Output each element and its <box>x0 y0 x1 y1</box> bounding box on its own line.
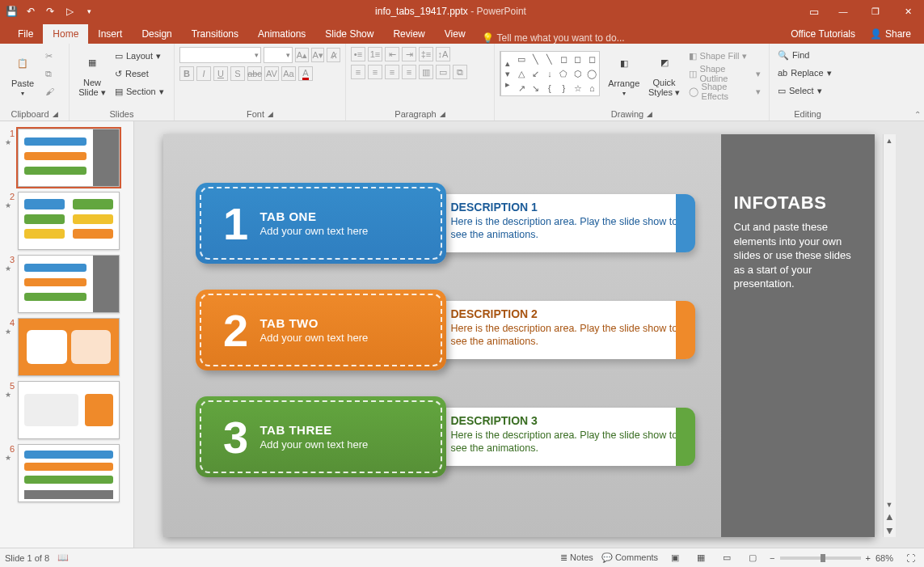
slideshow-view-icon[interactable]: ▢ <box>744 551 762 565</box>
line-spacing-button[interactable]: ‡≡ <box>419 47 433 61</box>
cut-button[interactable]: ✂ <box>42 48 57 64</box>
description-panel[interactable]: DESCRIPTION 1 Here is the description ar… <box>435 194 694 252</box>
new-slide-button[interactable]: ▦ NewSlide ▾ <box>74 47 110 100</box>
format-painter-button[interactable]: 🖌 <box>42 83 57 99</box>
slide-canvas[interactable]: DESCRIPTION 1 Here is the description ar… <box>163 134 875 537</box>
vertical-scrollbar[interactable]: ▲ ▼ ⯅ ⯆ <box>883 134 896 537</box>
fit-to-window-icon[interactable]: ⛶ <box>901 551 919 565</box>
text-direction-button[interactable]: ↕A <box>436 47 450 61</box>
slide-sorter-icon[interactable]: ▦ <box>692 551 710 565</box>
font-color-button[interactable]: A <box>298 66 313 81</box>
columns-button[interactable]: ▥ <box>419 65 433 79</box>
reset-button[interactable]: ↺Reset <box>112 66 167 82</box>
quick-styles-button[interactable]: ◩ QuickStyles ▾ <box>648 47 681 100</box>
font-name-combo[interactable] <box>179 47 261 63</box>
dialog-launcher-icon[interactable]: ◢ <box>268 110 273 118</box>
comments-button[interactable]: 💬 Comments <box>601 552 658 563</box>
dialog-launcher-icon[interactable]: ◢ <box>647 110 652 118</box>
arrange-button[interactable]: ◧ Arrange▾ <box>605 47 643 100</box>
description-panel[interactable]: DESCRIPTION 3 Here is the description ar… <box>435 408 694 466</box>
shape-outline-button[interactable]: ◫Shape Outline ▾ <box>686 66 764 82</box>
align-center-button[interactable]: ≡ <box>368 65 382 79</box>
shape-fill-button[interactable]: ◧Shape Fill ▾ <box>686 48 764 64</box>
office-tutorials-link[interactable]: Office Tutorials <box>784 24 862 44</box>
justify-button[interactable]: ≡ <box>402 65 416 79</box>
tab-file[interactable]: File <box>8 24 43 44</box>
tab-animations[interactable]: Animations <box>248 24 315 44</box>
zoom-control[interactable]: − + 68% <box>770 553 893 563</box>
replace-button[interactable]: abReplace ▾ <box>774 65 841 81</box>
save-icon[interactable]: 💾 <box>3 3 19 19</box>
start-from-beginning-icon[interactable]: ▷ <box>61 3 78 19</box>
slide-thumbnail[interactable]: 3★ <box>0 252 133 315</box>
prev-slide-icon[interactable]: ⯅ <box>884 511 896 524</box>
tab-panel[interactable]: 3 TAB THREE Add your own text here <box>196 396 446 477</box>
zoom-slider[interactable] <box>780 556 861 560</box>
change-case-button[interactable]: Aa <box>281 66 296 81</box>
ribbon-display-options-icon[interactable]: ▭ <box>801 0 827 23</box>
normal-view-icon[interactable]: ▣ <box>666 551 684 565</box>
qat-customize-icon[interactable]: ▾ <box>81 3 97 19</box>
tab-slide-show[interactable]: Slide Show <box>315 24 383 44</box>
section-button[interactable]: ▤Section ▾ <box>112 83 167 99</box>
align-right-button[interactable]: ≡ <box>385 65 399 79</box>
font-size-combo[interactable] <box>264 47 293 63</box>
smartart-button[interactable]: ⧉ <box>453 65 467 79</box>
slide-thumbnail[interactable]: 4★ <box>0 315 133 379</box>
tab-review[interactable]: Review <box>383 24 434 44</box>
select-button[interactable]: ▭Select ▾ <box>774 83 841 99</box>
tab-panel[interactable]: 1 TAB ONE Add your own text here <box>196 183 446 264</box>
slide-thumbnail[interactable]: 1★ <box>0 126 133 189</box>
description-panel[interactable]: DESCRIPTION 2 Here is the description ar… <box>435 301 694 359</box>
clear-formatting-button[interactable]: A̷ <box>327 48 340 62</box>
share-button[interactable]: 👤Share <box>863 24 918 44</box>
align-text-button[interactable]: ▭ <box>436 65 450 79</box>
slide-sidebar[interactable]: INFOTABS Cut and paste these elements in… <box>721 134 875 537</box>
notes-button[interactable]: ≣ Notes <box>560 552 593 563</box>
slide-edit-area[interactable]: DESCRIPTION 1 Here is the description ar… <box>134 121 924 548</box>
tab-insert[interactable]: Insert <box>88 24 132 44</box>
tell-me-search[interactable]: 💡 Tell me what you want to do... <box>482 32 625 44</box>
decrease-indent-button[interactable]: ⇤ <box>385 47 399 61</box>
increase-indent-button[interactable]: ⇥ <box>402 47 416 61</box>
reading-view-icon[interactable]: ▭ <box>718 551 736 565</box>
collapse-ribbon-icon[interactable]: ⌃ <box>914 110 921 119</box>
tab-transitions[interactable]: Transitions <box>182 24 248 44</box>
italic-button[interactable]: I <box>196 66 211 81</box>
spellcheck-icon[interactable]: 📖 <box>57 552 69 563</box>
copy-button[interactable]: ⧉ <box>42 66 57 82</box>
shape-effects-button[interactable]: ◯Shape Effects ▾ <box>686 83 764 99</box>
layout-button[interactable]: ▭Layout ▾ <box>112 48 167 64</box>
redo-icon[interactable]: ↷ <box>42 3 58 19</box>
next-slide-icon[interactable]: ⯆ <box>884 524 896 537</box>
minimize-button[interactable]: — <box>827 0 859 23</box>
char-spacing-button[interactable]: AV <box>264 66 279 81</box>
dialog-launcher-icon[interactable]: ◢ <box>440 110 445 118</box>
tab-view[interactable]: View <box>435 24 475 44</box>
find-button[interactable]: 🔍Find <box>774 47 841 63</box>
underline-button[interactable]: U <box>213 66 228 81</box>
scroll-down-icon[interactable]: ▼ <box>884 498 896 511</box>
undo-icon[interactable]: ↶ <box>23 3 39 19</box>
tab-home[interactable]: Home <box>43 24 88 44</box>
zoom-in-icon[interactable]: + <box>866 553 871 563</box>
restore-button[interactable]: ❐ <box>859 0 892 23</box>
increase-font-button[interactable]: A▴ <box>295 48 309 62</box>
shadow-button[interactable]: S <box>230 66 245 81</box>
numbering-button[interactable]: 1≡ <box>368 47 382 61</box>
strike-button[interactable]: abc <box>247 66 262 81</box>
slide-thumbnail[interactable]: 5★ <box>0 379 133 442</box>
dialog-launcher-icon[interactable]: ◢ <box>53 110 58 118</box>
close-button[interactable]: ✕ <box>892 0 924 23</box>
scroll-up-icon[interactable]: ▲ <box>884 134 896 147</box>
zoom-out-icon[interactable]: − <box>770 553 774 563</box>
slide-thumbnail-panel[interactable]: 1★ 2★ 3★ <box>0 121 134 548</box>
tab-design[interactable]: Design <box>132 24 181 44</box>
align-left-button[interactable]: ≡ <box>351 65 365 79</box>
bold-button[interactable]: B <box>179 66 194 81</box>
tab-panel[interactable]: 2 TAB TWO Add your own text here <box>196 290 446 370</box>
slide-thumbnail[interactable]: 6★ <box>0 442 133 505</box>
decrease-font-button[interactable]: A▾ <box>311 48 325 62</box>
shapes-gallery[interactable]: ▭╲╲◻◻◻▴▾▸ △↙↓⬠⬡◯ ↗↘{}☆⌂ <box>500 51 600 96</box>
paste-button[interactable]: 📋 Paste▾ <box>5 47 40 100</box>
